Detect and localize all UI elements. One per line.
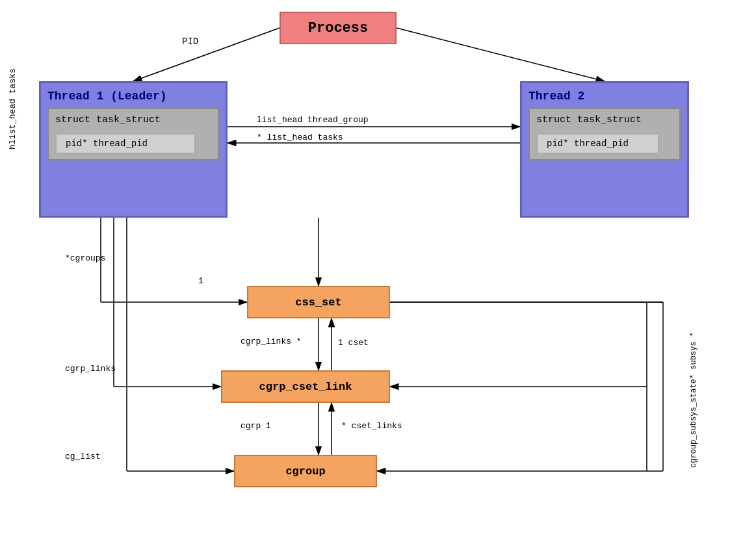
hlist-head-tasks-label: hlist_head tasks <box>8 68 18 149</box>
cgrp-cset-link-box: cgrp_cset_link <box>221 370 390 403</box>
cgroups-1-label: 1 <box>198 276 203 286</box>
thread1-pid-box: pid* thread_pid <box>55 133 196 154</box>
svg-text:PID: PID <box>182 36 198 47</box>
thread2-title: Thread 2 <box>528 90 681 103</box>
svg-line-5 <box>397 28 605 81</box>
svg-text:list_head thread_group: list_head thread_group <box>257 115 369 125</box>
cset-links-label: * cset_links <box>341 421 402 431</box>
thread1-title: Thread 1 (Leader) <box>47 90 219 103</box>
thread1-box: Thread 1 (Leader) struct task_struct pid… <box>39 81 228 218</box>
thread1-task-struct: struct task_struct pid* thread_pid <box>47 108 219 160</box>
thread2-box: Thread 2 struct task_struct pid* thread_… <box>520 81 689 218</box>
css-set-box: css_set <box>247 286 390 318</box>
cgrp-1-label: cgrp 1 <box>241 421 271 431</box>
cgroup-subsys-label: cgroup_subsys_state* subsys * <box>689 332 698 468</box>
svg-text:* list_head tasks: * list_head tasks <box>257 133 343 142</box>
cg-list-label: cg_list <box>65 452 101 461</box>
thread1-task-struct-label: struct task_struct <box>55 114 161 125</box>
thread2-pid-box: pid* thread_pid <box>536 133 659 154</box>
diagram: PID list_head thread_group * list_head t… <box>0 0 756 538</box>
process-label: Process <box>280 12 397 44</box>
cgroups-label: *cgroups <box>65 253 105 263</box>
thread2-task-struct: struct task_struct pid* thread_pid <box>528 108 681 160</box>
cgrp-links-label: cgrp_links <box>65 364 116 374</box>
cgroup-box: cgroup <box>234 455 377 487</box>
cgrp-links-star-label: cgrp_links * <box>241 337 302 346</box>
l-cset-label: 1 cset <box>338 338 369 348</box>
svg-line-3 <box>133 28 280 81</box>
process-box: Process <box>280 12 397 44</box>
thread2-task-struct-label: struct task_struct <box>536 114 642 125</box>
